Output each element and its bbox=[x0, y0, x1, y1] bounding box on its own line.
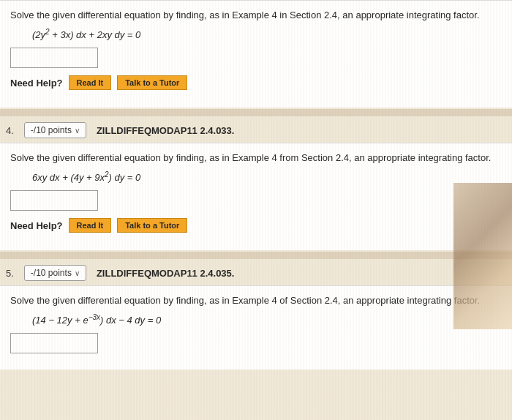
top-need-help-row: Need Help? Read It Talk to a Tutor bbox=[10, 75, 502, 97]
problem-4-section: 4. -/10 points ∨ ZILLDIFFEQMODAP11 2.4.0… bbox=[0, 116, 512, 250]
top-equation: (2y2 + 3x) dx + 2xy dy = 0 bbox=[32, 28, 502, 40]
problem-4-read-it-button[interactable]: Read It bbox=[69, 218, 112, 233]
problem-5-content: Solve the given differential equation by… bbox=[0, 285, 512, 370]
problem-4-number-row: 4. -/10 points ∨ ZILLDIFFEQMODAP11 2.4.0… bbox=[0, 116, 512, 143]
problem-4-content: Solve the given differential equation by… bbox=[0, 143, 512, 250]
number-prefix-5: 5. bbox=[6, 268, 14, 279]
problem-4-equation: 6xy dx + (4y + 9x2) dy = 0 bbox=[32, 170, 502, 183]
problem-5-section: 5. -/10 points ∨ ZILLDIFFEQMODAP11 2.4.0… bbox=[0, 259, 512, 370]
problem-4-text: Solve the given differential equation by… bbox=[10, 151, 502, 166]
problem-5-number-row: 5. -/10 points ∨ ZILLDIFFEQMODAP11 2.4.0… bbox=[0, 259, 512, 285]
problem-4-need-help-row: Need Help? Read It Talk to a Tutor bbox=[10, 218, 502, 240]
top-talk-tutor-button[interactable]: Talk to a Tutor bbox=[117, 75, 187, 90]
decorative-image bbox=[453, 183, 512, 329]
number-prefix-4: 4. bbox=[6, 125, 14, 136]
problem-5-answer-input[interactable] bbox=[10, 333, 98, 353]
top-problem-text: Solve the given differential equation by… bbox=[10, 8, 502, 23]
problem-5-points-label: -/10 points bbox=[31, 268, 72, 278]
problem-5-equation: (14 − 12y + e−3x) dx − 4 dy = 0 bbox=[32, 313, 502, 326]
top-answer-input[interactable] bbox=[10, 48, 98, 68]
problem-4-talk-tutor-button[interactable]: Talk to a Tutor bbox=[117, 218, 187, 233]
problem-4-points-label: -/10 points bbox=[31, 125, 72, 135]
problem-4-points-badge[interactable]: -/10 points ∨ bbox=[24, 122, 86, 138]
top-problem-content: Solve the given differential equation by… bbox=[0, 0, 512, 108]
top-partial-problem: Solve the given differential equation by… bbox=[0, 0, 512, 108]
problem-5-text: Solve the given differential equation by… bbox=[10, 293, 502, 309]
chevron-down-icon-5: ∨ bbox=[75, 269, 80, 277]
top-need-help-label: Need Help? bbox=[10, 78, 63, 89]
problem-5-id: ZILLDIFFEQMODAP11 2.4.035. bbox=[97, 268, 235, 279]
problem-4-need-help-label: Need Help? bbox=[10, 220, 63, 231]
top-read-it-button[interactable]: Read It bbox=[69, 75, 112, 90]
chevron-down-icon-4: ∨ bbox=[75, 127, 80, 135]
problem-5-points-badge[interactable]: -/10 points ∨ bbox=[24, 265, 86, 281]
problem-4-id: ZILLDIFFEQMODAP11 2.4.033. bbox=[97, 125, 235, 136]
problem-4-answer-input[interactable] bbox=[10, 190, 98, 211]
